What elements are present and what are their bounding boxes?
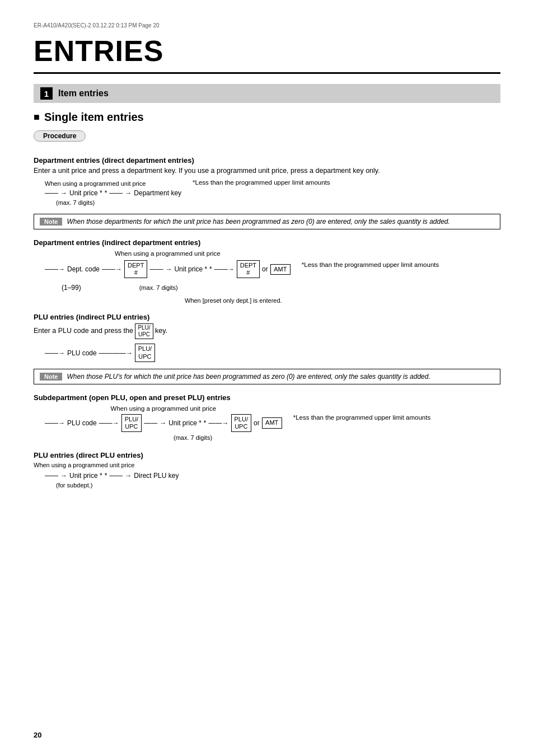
dept-code-label: Dept. code (67, 265, 100, 273)
note-label-2: Note (40, 373, 62, 381)
note-box-1: Note When those departments for which th… (34, 214, 500, 229)
page-header: ER-A410/A420(SEC)-2 03.12.22 0:13 PM Pag… (34, 22, 500, 29)
dept-direct-desc: Enter a unit price and press a departmen… (34, 167, 500, 175)
dept-direct-title: Department entries (direct department en… (34, 156, 500, 165)
plu-key-inline: PLU/UPC (135, 323, 153, 339)
note-box-2: Note When those PLU's for which the unit… (34, 369, 500, 384)
subsection-title: Single item entries (34, 111, 500, 124)
unit-price-label4: Unit price * (69, 472, 102, 480)
subdept-title: Subdepartment (open PLU, open and preset… (34, 393, 500, 402)
unit-price-label1: Unit price * (69, 189, 102, 197)
note-text-2: When those PLU's for which the unit pric… (67, 373, 430, 381)
plu-indirect-title: PLU entries (indirect PLU entries) (34, 313, 500, 321)
dept-direct-diagram: When using a programmed unit price —— → … (45, 179, 500, 207)
upper-limit-note2: *Less than the programmed upper limit am… (302, 261, 500, 268)
plu-indirect-desc: Enter a PLU code and press the PLU/UPC k… (34, 323, 500, 339)
subdept-flow: ——→ PLU code ——→ PLU/UPC —— → Unit price… (45, 414, 282, 432)
when-programmed-label4: When using a programmed unit price (34, 462, 500, 468)
plu-key-box2: PLU/UPC (121, 414, 142, 432)
subdept-diagram: When using a programmed unit price ——→ P… (45, 405, 500, 442)
plu-direct-diagram: —— → Unit price * * —— → Direct PLU key … (45, 472, 500, 489)
dept-key-box1: DEPT# (124, 260, 147, 278)
plu-key-box1: PLU/UPC (135, 344, 155, 361)
page-number: 20 (34, 731, 41, 739)
unit-price-label2: Unit price * (174, 265, 207, 273)
section-number: 1 (40, 87, 53, 100)
when-programmed-label2: When using a programmed unit price (45, 250, 291, 257)
direct-plu-key-label: Direct PLU key (134, 472, 179, 480)
procedure-badge: Procedure (34, 130, 86, 142)
plu-direct-flow: —— → Unit price * * —— → Direct PLU key (45, 472, 500, 480)
dept-range-flow: (1–99) (max. 7 digits) (62, 284, 291, 292)
when-programmed-label1: When using a programmed unit price (45, 180, 181, 187)
amt-key-box1: AMT (270, 264, 291, 275)
note-label-1: Note (40, 218, 62, 226)
dept-indirect-title: Department entries (indirect department … (34, 238, 500, 247)
plu-code-label1: PLU code (67, 349, 97, 357)
unit-price-max3: (max. 7 digits) (174, 434, 282, 441)
when-programmed-label3: When using a programmed unit price (45, 405, 282, 412)
dept-direct-flow: —— → Unit price * * —— → Department key (45, 189, 181, 197)
preset-note: When [preset only dept.] is entered. (185, 297, 291, 304)
dept-key-box2: DEPT# (237, 260, 260, 278)
plu-code-label2: PLU code (67, 419, 97, 427)
section-title: Item entries (58, 88, 109, 98)
upper-limit-note3: *Less than the programmed upper limit am… (293, 414, 500, 421)
plu-indirect-flow: ——→ PLU code ————→ PLU/UPC (45, 344, 500, 361)
plu-key-box3: PLU/UPC (231, 414, 251, 432)
dept-key-label1: Department key (134, 189, 181, 197)
plu-direct-title: PLU entries (direct PLU entries) (34, 451, 500, 459)
upper-limit-note1: *Less than the programmed upper limit am… (193, 179, 500, 186)
unit-price-max2: (max. 7 digits) (139, 284, 178, 291)
section-header: 1 Item entries (34, 84, 500, 103)
unit-price-max1: (max. 7 digits) (56, 199, 181, 206)
dept-range-label: (1–99) (62, 284, 81, 292)
plu-indirect-diagram: ——→ PLU code ————→ PLU/UPC (45, 344, 500, 361)
unit-price-label3: Unit price * (168, 419, 202, 427)
amt-key-box2: AMT (262, 417, 282, 428)
dept-indirect-diagram: When using a programmed unit price ——→ D… (45, 250, 500, 304)
note-text-1: When those departments for which the uni… (67, 218, 449, 226)
main-title: ENTRIES (34, 34, 500, 74)
unit-price-for-subdept: (for subdept.) (56, 482, 500, 489)
dept-indirect-flow: ——→ Dept. code ——→ DEPT# —— → Unit price… (45, 260, 291, 278)
